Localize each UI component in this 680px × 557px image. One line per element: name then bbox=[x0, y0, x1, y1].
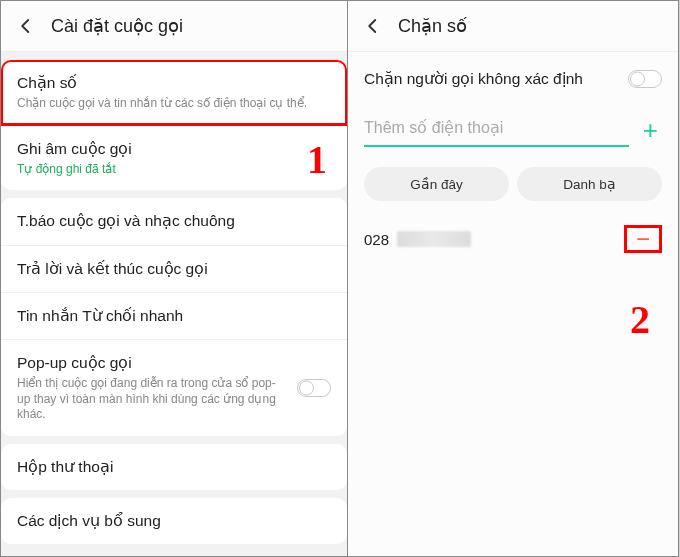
contacts-button[interactable]: Danh bạ bbox=[517, 167, 662, 201]
blocked-number-row: 028 − bbox=[362, 215, 664, 263]
record-title: Ghi âm cuộc gọi bbox=[17, 139, 331, 159]
source-buttons: Gần đây Danh bạ bbox=[362, 151, 664, 215]
record-calls-item[interactable]: Ghi âm cuộc gọi Tự động ghi đã tắt bbox=[1, 125, 347, 191]
record-sub: Tự động ghi đã tắt bbox=[17, 162, 331, 178]
add-number-row: Thêm số điện thoại + bbox=[362, 106, 664, 151]
group-voicemail: Hộp thư thoại bbox=[1, 444, 347, 490]
header-right: Chặn số bbox=[348, 1, 678, 52]
supplementary-item[interactable]: Các dịch vụ bổ sung bbox=[1, 498, 347, 544]
quick-decline-item[interactable]: Tin nhắn Từ chối nhanh bbox=[1, 292, 347, 339]
add-number-input[interactable]: Thêm số điện thoại bbox=[364, 114, 629, 147]
right-content: Chặn người gọi không xác định Thêm số đi… bbox=[348, 52, 678, 263]
quick-decline-title: Tin nhắn Từ chối nhanh bbox=[17, 306, 331, 326]
group-call-options: T.báo cuộc gọi và nhạc chuông Trả lời và… bbox=[1, 198, 347, 435]
answer-end-item[interactable]: Trả lời và kết thúc cuộc gọi bbox=[1, 245, 347, 292]
popup-call-item[interactable]: Pop-up cuộc gọi Hiển thị cuộc gọi đang d… bbox=[1, 339, 347, 436]
recents-button[interactable]: Gần đây bbox=[364, 167, 509, 201]
alerts-ringtones-item[interactable]: T.báo cuộc gọi và nhạc chuông bbox=[1, 198, 347, 244]
supplementary-title: Các dịch vụ bổ sung bbox=[17, 511, 331, 531]
popup-sub: Hiển thị cuộc gọi đang diễn ra trong cửa… bbox=[17, 376, 287, 423]
blocked-number-redacted bbox=[397, 231, 471, 247]
group-block-record: Chặn số Chặn cuộc gọi và tin nhắn từ các… bbox=[1, 60, 347, 190]
voicemail-title: Hộp thư thoại bbox=[17, 457, 331, 477]
minus-icon: − bbox=[636, 227, 650, 251]
block-unknown-row[interactable]: Chặn người gọi không xác định bbox=[362, 52, 664, 106]
voicemail-item[interactable]: Hộp thư thoại bbox=[1, 444, 347, 490]
back-icon[interactable] bbox=[364, 17, 382, 35]
right-screen: Chặn số Chặn người gọi không xác định Th… bbox=[348, 0, 679, 557]
add-icon[interactable]: + bbox=[639, 115, 662, 146]
blocked-number-prefix: 028 bbox=[364, 231, 389, 248]
popup-title: Pop-up cuộc gọi bbox=[17, 353, 287, 373]
block-numbers-item[interactable]: Chặn số Chặn cuộc gọi và tin nhắn từ các… bbox=[1, 60, 347, 125]
annotation-1: 1 bbox=[307, 136, 327, 183]
page-title: Cài đặt cuộc gọi bbox=[51, 15, 183, 37]
annotation-2: 2 bbox=[630, 296, 650, 343]
answer-title: Trả lời và kết thúc cuộc gọi bbox=[17, 259, 331, 279]
group-supplementary: Các dịch vụ bổ sung bbox=[1, 498, 347, 544]
left-screen: Cài đặt cuộc gọi Chặn số Chặn cuộc gọi v… bbox=[0, 0, 348, 557]
popup-toggle[interactable] bbox=[297, 379, 331, 397]
remove-blocked-button[interactable]: − bbox=[624, 225, 662, 253]
header: Cài đặt cuộc gọi bbox=[1, 1, 347, 52]
block-unknown-label: Chặn người gọi không xác định bbox=[364, 70, 618, 88]
block-sub: Chặn cuộc gọi và tin nhắn từ các số điện… bbox=[17, 96, 331, 112]
page-title-right: Chặn số bbox=[398, 15, 467, 37]
block-unknown-toggle[interactable] bbox=[628, 70, 662, 88]
block-title: Chặn số bbox=[17, 73, 331, 93]
back-icon[interactable] bbox=[17, 17, 35, 35]
alerts-title: T.báo cuộc gọi và nhạc chuông bbox=[17, 211, 331, 231]
